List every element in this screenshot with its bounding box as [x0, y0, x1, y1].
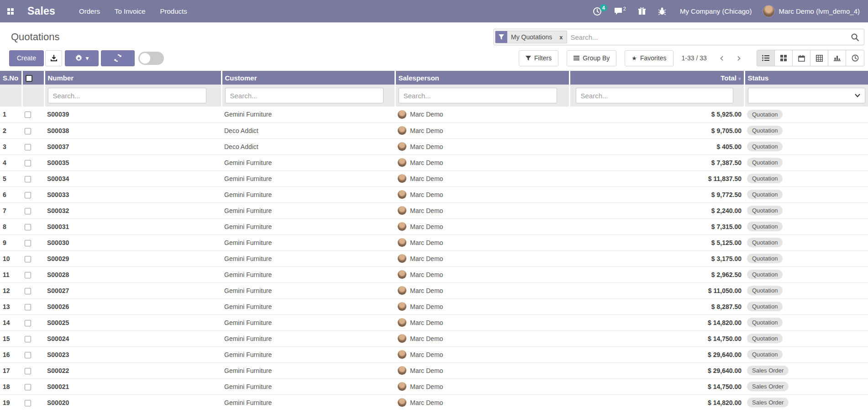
- row-checkbox[interactable]: [25, 192, 31, 198]
- customer-name: Deco Addict: [221, 122, 395, 138]
- list-icon: [762, 55, 769, 61]
- toggle-switch[interactable]: [138, 52, 164, 65]
- list-view-button[interactable]: [757, 50, 775, 66]
- column-header-status[interactable]: Status: [744, 71, 868, 85]
- search-input[interactable]: Search...: [571, 33, 851, 41]
- customer-name: Gemini Furniture: [221, 346, 395, 362]
- table-row[interactable]: 13 S00026 Gemini Furniture Marc Demo $ 8…: [0, 298, 868, 314]
- app-title[interactable]: Sales: [27, 5, 55, 17]
- column-header-total[interactable]: Total▾: [569, 71, 744, 85]
- table-row[interactable]: 12 S00027 Gemini Furniture Marc Demo $ 1…: [0, 282, 868, 298]
- total-amount: $ 11,050.00: [569, 282, 744, 298]
- action-gear-button[interactable]: ▾: [65, 50, 99, 66]
- row-checkbox[interactable]: [25, 176, 31, 182]
- status-badge: Quotation: [747, 110, 783, 119]
- quotations-table: S.No Number Customer Salesperson Total▾ …: [0, 71, 868, 410]
- menu-orders[interactable]: Orders: [74, 0, 105, 22]
- row-checkbox[interactable]: [25, 400, 31, 406]
- refresh-button[interactable]: [101, 50, 135, 66]
- row-checkbox[interactable]: [25, 256, 31, 262]
- search-bar[interactable]: My Quotations x Search...: [494, 29, 864, 45]
- row-checkbox[interactable]: [25, 272, 31, 278]
- table-row[interactable]: 6 S00033 Gemini Furniture Marc Demo $ 9,…: [0, 186, 868, 202]
- pivot-view-button[interactable]: [810, 50, 828, 66]
- kanban-icon: [780, 55, 787, 61]
- user-menu[interactable]: Marc Demo (lvm_demo_4): [761, 5, 862, 17]
- table-row[interactable]: 18 S00021 Gemini Furniture Marc Demo $ 1…: [0, 378, 868, 394]
- facet-remove-icon[interactable]: x: [556, 31, 566, 43]
- column-header-select-all[interactable]: [22, 71, 44, 85]
- row-index: 16: [0, 346, 22, 362]
- menu-to-invoice[interactable]: To Invoice: [109, 0, 151, 22]
- table-row[interactable]: 17 S00022 Gemini Furniture Marc Demo $ 2…: [0, 362, 868, 378]
- group-by-label: Group By: [583, 54, 610, 62]
- table-row[interactable]: 7 S00032 Gemini Furniture Marc Demo $ 2,…: [0, 202, 868, 218]
- table-row[interactable]: 16 S00023 Gemini Furniture Marc Demo $ 2…: [0, 346, 868, 362]
- group-by-button[interactable]: Group By: [567, 50, 616, 66]
- apps-menu-icon[interactable]: [0, 0, 21, 22]
- table-row[interactable]: 14 S00025 Gemini Furniture Marc Demo $ 1…: [0, 314, 868, 330]
- table-row[interactable]: 1 S00039 Gemini Furniture Marc Demo $ 5,…: [0, 106, 868, 122]
- column-header-number[interactable]: Number: [44, 71, 221, 85]
- total-amount: $ 8,287.50: [569, 298, 744, 314]
- table-row[interactable]: 19 S00020 Gemini Furniture Marc Demo $ 1…: [0, 394, 868, 410]
- row-checkbox[interactable]: [25, 352, 31, 358]
- row-checkbox[interactable]: [25, 240, 31, 246]
- row-checkbox[interactable]: [25, 160, 31, 166]
- quotation-number: S00031: [44, 218, 221, 234]
- row-checkbox[interactable]: [25, 144, 31, 150]
- row-checkbox[interactable]: [25, 112, 31, 118]
- table-row[interactable]: 4 S00035 Gemini Furniture Marc Demo $ 7,…: [0, 154, 868, 170]
- pager-previous-icon[interactable]: ‹: [714, 51, 730, 65]
- total-amount: $ 7,387.50: [569, 154, 744, 170]
- row-checkbox[interactable]: [25, 128, 31, 134]
- company-switcher[interactable]: My Company (Chicago): [673, 7, 758, 15]
- calendar-view-button[interactable]: [793, 50, 810, 66]
- row-checkbox[interactable]: [25, 288, 31, 294]
- total-filter-input[interactable]: [576, 88, 733, 103]
- row-checkbox[interactable]: [25, 304, 31, 310]
- table-row[interactable]: 2 S00038 Deco Addict Marc Demo $ 9,705.0…: [0, 122, 868, 138]
- graph-view-button[interactable]: [828, 50, 846, 66]
- table-row[interactable]: 15 S00024 Gemini Furniture Marc Demo $ 1…: [0, 330, 868, 346]
- salesperson-name: Marc Demo: [410, 287, 443, 294]
- table-row[interactable]: 3 S00037 Deco Addict Marc Demo $ 405.00 …: [0, 138, 868, 154]
- row-checkbox[interactable]: [25, 384, 31, 390]
- table-row[interactable]: 10 S00029 Gemini Furniture Marc Demo $ 3…: [0, 250, 868, 266]
- row-index: 12: [0, 282, 22, 298]
- column-header-salesperson[interactable]: Salesperson: [395, 71, 569, 85]
- row-checkbox[interactable]: [25, 224, 31, 230]
- activities-button[interactable]: 4: [588, 3, 606, 20]
- search-icon[interactable]: [851, 33, 859, 42]
- column-header-sno[interactable]: S.No: [0, 71, 22, 85]
- salesperson-filter-input[interactable]: [399, 88, 557, 103]
- select-all-checkbox[interactable]: [26, 75, 32, 82]
- row-checkbox[interactable]: [25, 208, 31, 214]
- status-filter-select[interactable]: [748, 88, 866, 103]
- activity-view-button[interactable]: [846, 50, 864, 66]
- row-checkbox[interactable]: [25, 368, 31, 374]
- messages-button[interactable]: 2: [609, 3, 631, 19]
- export-button[interactable]: [45, 50, 62, 66]
- menu-products[interactable]: Products: [155, 0, 193, 22]
- favorites-button[interactable]: ★ Favorites: [625, 50, 673, 66]
- total-amount: $ 5,125.00: [569, 234, 744, 250]
- table-row[interactable]: 11 S00028 Gemini Furniture Marc Demo $ 2…: [0, 266, 868, 282]
- create-button[interactable]: Create: [9, 50, 44, 66]
- gift-button[interactable]: [633, 3, 651, 19]
- salesperson-avatar: [398, 222, 406, 231]
- pager-next-icon[interactable]: ›: [731, 51, 747, 65]
- row-checkbox[interactable]: [25, 336, 31, 342]
- total-amount: $ 9,705.00: [569, 122, 744, 138]
- column-header-customer[interactable]: Customer: [221, 71, 395, 85]
- filters-button[interactable]: Filters: [519, 50, 558, 66]
- table-row[interactable]: 9 S00030 Gemini Furniture Marc Demo $ 5,…: [0, 234, 868, 250]
- table-row[interactable]: 8 S00031 Gemini Furniture Marc Demo $ 7,…: [0, 218, 868, 234]
- row-checkbox[interactable]: [25, 320, 31, 326]
- table-row[interactable]: 5 S00034 Gemini Furniture Marc Demo $ 11…: [0, 170, 868, 186]
- salesperson-avatar: [398, 286, 406, 295]
- customer-filter-input[interactable]: [225, 88, 384, 103]
- number-filter-input[interactable]: [48, 88, 206, 103]
- kanban-view-button[interactable]: [775, 50, 793, 66]
- debug-button[interactable]: [653, 3, 671, 19]
